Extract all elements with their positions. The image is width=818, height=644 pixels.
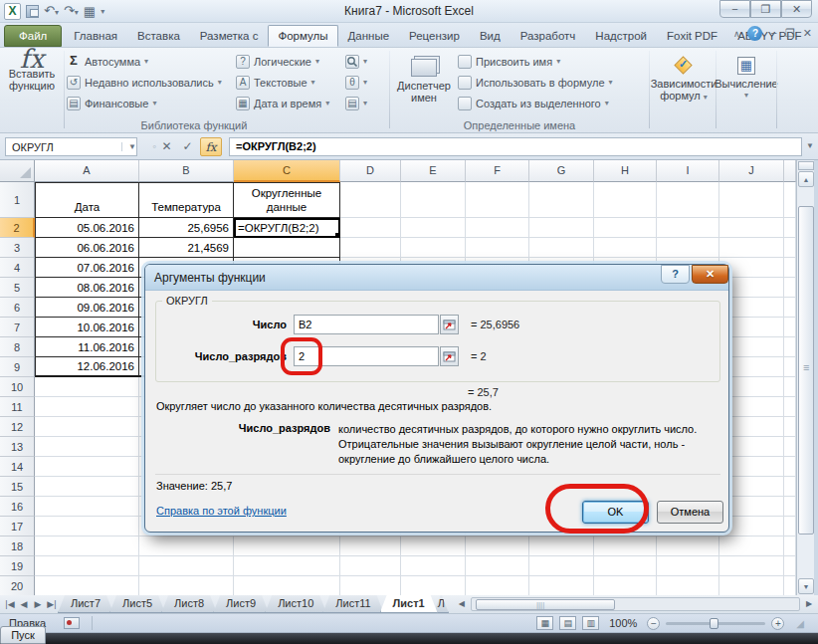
sheet-tab-Лист11[interactable]: Лист11: [322, 595, 383, 613]
confirm-entry-icon[interactable]: ✓: [178, 137, 197, 156]
cell-J3[interactable]: [719, 238, 784, 258]
cancel-entry-icon[interactable]: ✕: [157, 137, 176, 156]
cell-E3[interactable]: [401, 238, 466, 258]
dialog-help-icon[interactable]: ?: [661, 265, 690, 284]
zoom-slider-thumb[interactable]: [710, 618, 718, 629]
cell-J19[interactable]: [719, 556, 784, 576]
cell-H19[interactable]: [594, 556, 657, 576]
resize-grip[interactable]: ◢: [796, 618, 804, 629]
cell-2[interactable]: [784, 218, 796, 238]
row-header-1[interactable]: 1: [0, 182, 35, 218]
workbook-close-icon[interactable]: ✕: [803, 26, 812, 41]
calculation-button[interactable]: ▦ Вычисление ▾: [718, 50, 774, 129]
prev-sheet-icon[interactable]: ◀: [18, 599, 30, 609]
cell-16[interactable]: [784, 497, 796, 517]
cell-F1[interactable]: [466, 182, 529, 218]
cell-9[interactable]: [784, 357, 796, 377]
cell-A4[interactable]: 07.06.2016: [35, 258, 139, 278]
workbook-restore-icon[interactable]: ❐: [785, 26, 795, 41]
insert-function-button[interactable]: fx Вставить функцию: [2, 50, 62, 129]
scroll-down-icon[interactable]: ▼: [798, 578, 814, 594]
cell-A2[interactable]: 05.06.2016: [35, 218, 139, 238]
scroll-right-icon[interactable]: ▶: [802, 597, 816, 611]
cell-D1[interactable]: [340, 182, 401, 218]
cell-15[interactable]: [784, 477, 796, 497]
cell-D2[interactable]: [340, 218, 401, 238]
row-header-8[interactable]: 8: [0, 337, 35, 357]
row-header-2[interactable]: 2: [0, 218, 35, 238]
range-select-icon[interactable]: [440, 346, 459, 366]
cell-G18[interactable]: [529, 537, 594, 556]
cell-J20[interactable]: [719, 576, 784, 595]
cell-3[interactable]: [784, 238, 796, 258]
menu-datetime[interactable]: ▦Дата и время▾: [236, 94, 329, 112]
cell-G19[interactable]: [529, 556, 594, 576]
ribbon-tab-Рецензир[interactable]: Рецензир: [399, 25, 470, 47]
menu-recent[interactable]: ↺Недавно использовались▾: [67, 73, 222, 92]
menu-text[interactable]: AТекстовые▾: [236, 73, 315, 92]
cell-B3[interactable]: 21,4569: [139, 238, 234, 258]
last-sheet-icon[interactable]: ▶|: [46, 599, 58, 609]
page-break-view-icon[interactable]: ▥: [582, 616, 599, 630]
scroll-up-icon[interactable]: ▲: [798, 171, 814, 187]
cell-F2[interactable]: [466, 218, 529, 238]
formula-input[interactable]: =ОКРУГЛ(B2;2): [229, 137, 802, 156]
split-handle[interactable]: [798, 161, 814, 170]
start-button[interactable]: Пуск: [0, 626, 46, 644]
row-header-19[interactable]: 19: [0, 556, 35, 576]
cell-H18[interactable]: [594, 537, 657, 556]
collapse-ribbon-icon[interactable]: ∧: [733, 29, 740, 39]
formula-auditing-button[interactable]: ✓ Зависимости формул ▾: [653, 50, 715, 129]
row-header-18[interactable]: 18: [0, 537, 35, 556]
column-header-I[interactable]: I: [657, 160, 719, 182]
function-help-link[interactable]: Справка по этой функции: [156, 505, 287, 517]
row-header-13[interactable]: 13: [0, 437, 35, 457]
cell-14[interactable]: [784, 457, 796, 477]
cell-A9[interactable]: 12.06.2016: [35, 357, 139, 377]
horizontal-scrollbar[interactable]: ◀ ▶: [455, 597, 816, 611]
number-field-input[interactable]: [294, 315, 439, 334]
cell-12[interactable]: [784, 417, 796, 437]
column-header-C[interactable]: C: [234, 160, 340, 182]
normal-view-icon[interactable]: ▦: [536, 616, 553, 630]
cell-F18[interactable]: [466, 537, 529, 556]
macro-record-icon[interactable]: [64, 617, 80, 629]
cell-A15[interactable]: [35, 477, 139, 497]
menu-names-1[interactable]: Использовать в формуле▾: [458, 73, 613, 92]
cell-B1[interactable]: Температура: [139, 182, 234, 218]
minimize-button[interactable]: −: [719, 0, 750, 18]
ribbon-tab-Разработч[interactable]: Разработч: [511, 25, 586, 47]
cell-A10[interactable]: [35, 377, 139, 397]
ribbon-tab-Разметка с[interactable]: Разметка с: [190, 25, 269, 47]
cell-A11[interactable]: [35, 397, 139, 417]
menu-theta[interactable]: θ▾: [345, 73, 367, 92]
cell-F19[interactable]: [466, 556, 529, 576]
dialog-titlebar[interactable]: Аргументы функции: [145, 265, 728, 291]
cell-C20[interactable]: [234, 576, 340, 595]
cell-8[interactable]: [784, 337, 796, 357]
cell-13[interactable]: [784, 437, 796, 457]
column-header-F[interactable]: F: [466, 160, 529, 182]
row-header-7[interactable]: 7: [0, 318, 35, 337]
row-header-4[interactable]: 4: [0, 258, 35, 278]
cell-D19[interactable]: [340, 556, 401, 576]
cell-I2[interactable]: [657, 218, 719, 238]
zoom-level[interactable]: 100%: [609, 617, 637, 629]
cell-A17[interactable]: [35, 517, 139, 537]
cell-I3[interactable]: [657, 238, 719, 258]
cell-C18[interactable]: [234, 537, 340, 556]
cell-1[interactable]: [784, 182, 796, 218]
cell-A19[interactable]: [35, 556, 139, 576]
cell-H3[interactable]: [594, 238, 657, 258]
cell-G1[interactable]: [529, 182, 594, 218]
close-button[interactable]: ✕: [781, 0, 812, 18]
cell-A6[interactable]: 09.06.2016: [35, 298, 139, 318]
column-header-H[interactable]: H: [594, 160, 657, 182]
name-box[interactable]: ОКРУГЛ ▼: [5, 137, 137, 156]
sheet-tab-Лист1[interactable]: Лист1: [380, 595, 438, 613]
column-header-E[interactable]: E: [401, 160, 466, 182]
cell-I1[interactable]: [657, 182, 719, 218]
column-header-G[interactable]: G: [529, 160, 594, 182]
cell-E18[interactable]: [401, 537, 466, 556]
column-header-B[interactable]: B: [139, 160, 234, 182]
